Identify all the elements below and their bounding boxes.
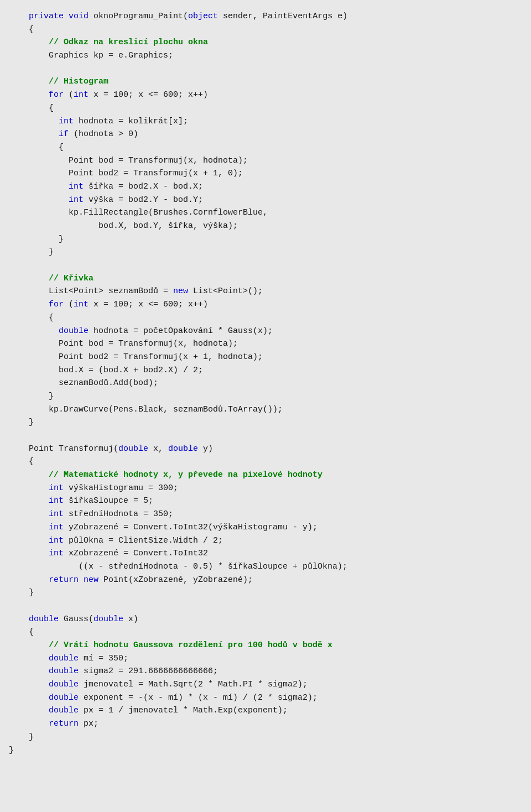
code-block: private void oknoProgramu_Paint(object s… [0,6,531,761]
code-container: private void oknoProgramu_Paint(object s… [0,0,531,812]
